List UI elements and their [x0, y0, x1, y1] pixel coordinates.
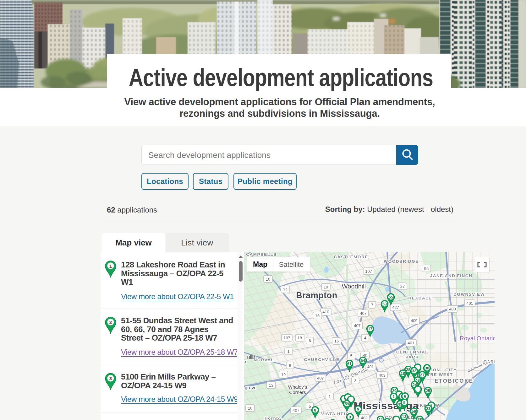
svg-text:PARK: PARK — [405, 355, 419, 359]
svg-text:CAMPBELLS: CAMPBELLS — [246, 252, 277, 257]
svg-text:5: 5 — [309, 404, 311, 409]
svg-text:6: 6 — [289, 363, 291, 368]
svg-text:1: 1 — [328, 394, 331, 399]
svg-text:6: 6 — [309, 338, 311, 343]
svg-text:18: 18 — [298, 336, 302, 340]
svg-text:NORVAL: NORVAL — [254, 358, 274, 362]
svg-text:59: 59 — [345, 402, 349, 406]
svg-text:CHURCHVILLE: CHURCHVILLE — [304, 357, 339, 362]
svg-text:1: 1 — [393, 395, 395, 399]
svg-text:13: 13 — [402, 415, 406, 419]
svg-text:61: 61 — [347, 362, 352, 366]
svg-text:Corners: Corners — [289, 390, 306, 395]
svg-text:54: 54 — [361, 358, 365, 363]
svg-text:14: 14 — [283, 287, 288, 292]
svg-text:7: 7 — [371, 303, 373, 307]
svg-text:18: 18 — [401, 371, 405, 376]
svg-text:410: 410 — [322, 310, 329, 314]
svg-text:107: 107 — [283, 336, 290, 340]
svg-text:17: 17 — [368, 327, 372, 331]
svg-text:30: 30 — [425, 366, 429, 370]
svg-text:25: 25 — [426, 389, 430, 393]
svg-text:403: 403 — [361, 416, 368, 420]
svg-text:Royal Ontario I: Royal Ontario I — [460, 335, 495, 342]
svg-text:427: 427 — [392, 305, 399, 310]
svg-text:56: 56 — [412, 409, 416, 414]
svg-text:55: 55 — [389, 295, 393, 299]
svg-text:53: 53 — [382, 302, 387, 306]
svg-text:23: 23 — [426, 407, 430, 411]
svg-text:32: 32 — [412, 369, 416, 373]
svg-text:4: 4 — [364, 336, 366, 340]
svg-text:2: 2 — [109, 320, 112, 325]
svg-text:8: 8 — [314, 408, 316, 412]
svg-text:VISTA HEIG: VISTA HEIG — [321, 412, 349, 416]
svg-text:grove: grove — [245, 385, 257, 390]
svg-text:13: 13 — [269, 383, 273, 388]
svg-text:16: 16 — [315, 313, 320, 318]
svg-text:Mississauga: Mississauga — [353, 400, 419, 412]
svg-text:401: 401 — [466, 301, 473, 306]
svg-text:407: 407 — [354, 323, 361, 328]
svg-text:407: 407 — [293, 408, 299, 413]
svg-text:3: 3 — [349, 415, 351, 419]
svg-text:Hornby: Hornby — [265, 416, 282, 420]
svg-text:3: 3 — [354, 378, 356, 383]
svg-text:38: 38 — [418, 417, 422, 420]
svg-text:WOODBRIDGE: WOODBRIDGE — [384, 259, 419, 264]
svg-text:Whaley's: Whaley's — [288, 384, 307, 390]
svg-text:10: 10 — [266, 277, 270, 282]
svg-text:Woodhill: Woodhill — [342, 283, 366, 290]
svg-text:3: 3 — [109, 376, 112, 381]
svg-text:CENTENNIAL: CENTENNIAL — [396, 350, 428, 354]
svg-text:Brampton: Brampton — [296, 291, 337, 300]
svg-text:19: 19 — [281, 372, 286, 377]
svg-text:10: 10 — [324, 285, 328, 289]
svg-text:ETOBICOKE: ETOBICOKE — [435, 378, 473, 384]
svg-text:9: 9 — [357, 407, 359, 412]
svg-text:400: 400 — [449, 307, 456, 311]
svg-text:x: x — [244, 359, 247, 364]
svg-text:6: 6 — [404, 394, 406, 399]
svg-text:5: 5 — [350, 353, 352, 358]
svg-text:REXDALE: REXDALE — [408, 296, 432, 300]
svg-text:Map: Map — [253, 260, 267, 268]
svg-text:1: 1 — [287, 349, 289, 354]
svg-text:DOWNSVIEW: DOWNSVIEW — [453, 292, 485, 297]
svg-text:95: 95 — [424, 266, 429, 271]
svg-text:28: 28 — [406, 368, 410, 372]
svg-text:403: 403 — [379, 373, 386, 378]
svg-text:107: 107 — [365, 269, 372, 274]
svg-text:Satellite: Satellite — [279, 261, 304, 268]
svg-text:401: 401 — [408, 341, 414, 345]
svg-text:5: 5 — [403, 401, 406, 405]
svg-text:JANE AND FINCH: JANE AND FINCH — [430, 273, 473, 278]
svg-text:27: 27 — [420, 373, 425, 377]
svg-text:CASTLEMORE: CASTLEMORE — [334, 255, 368, 259]
svg-text:401: 401 — [367, 364, 374, 369]
svg-text:27: 27 — [400, 284, 405, 289]
svg-text:44: 44 — [378, 417, 383, 420]
svg-text:Hills: Hills — [247, 354, 255, 360]
svg-text:15: 15 — [334, 339, 339, 343]
svg-text:409: 409 — [411, 318, 418, 323]
svg-text:10: 10 — [248, 406, 252, 411]
svg-text:407: 407 — [360, 311, 367, 316]
svg-text:1: 1 — [109, 263, 112, 269]
svg-text:407: 407 — [317, 376, 324, 380]
